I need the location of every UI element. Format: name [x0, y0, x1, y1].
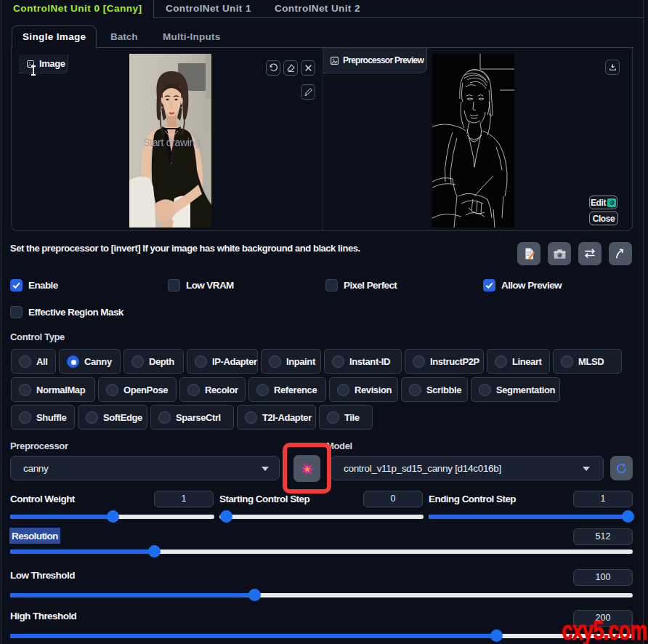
svg-text:Start drawing: Start drawing: [143, 137, 201, 148]
